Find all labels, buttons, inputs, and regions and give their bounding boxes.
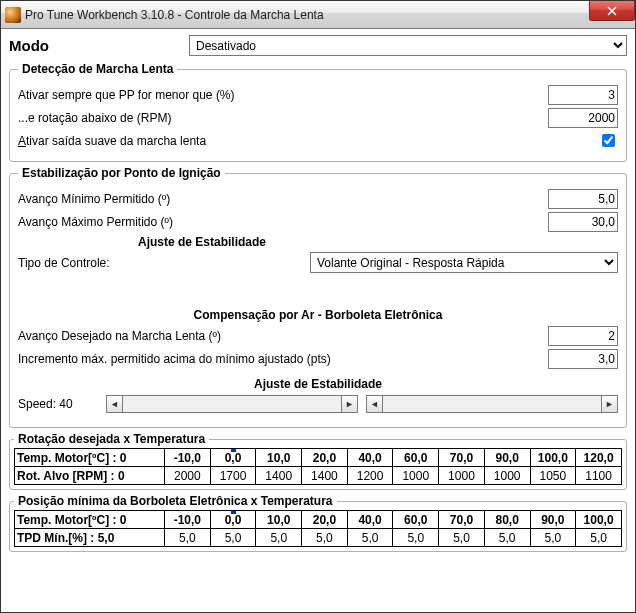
table-header-cell[interactable]: 100,0 [576,511,622,529]
tpd-temp-legend: Posição mínima da Borboleta Eletrônica x… [14,494,337,508]
close-icon [607,6,617,16]
control-type-label: Tipo de Controle: [18,256,310,270]
desired-adv-line: Avanço Desejado na Marcha Lenta (º) [18,326,618,346]
idle-detect-group: Detecção de Marcha Lenta Ativar sempre q… [9,62,627,162]
table-cell[interactable]: 1000 [484,467,530,485]
soft-exit-checkbox[interactable] [602,134,615,147]
soft-exit-line: Ativar saída suave da marcha lenta [18,131,618,150]
app-icon [5,7,21,23]
table-cell[interactable]: 5,0 [256,529,302,547]
pp-threshold-label: Ativar sempre que PP for menor que (%) [18,88,235,102]
arrow-right-icon[interactable]: ► [601,395,618,413]
table-cell[interactable]: 1400 [256,467,302,485]
speed-scroll-1[interactable]: ◄ ► [106,395,358,413]
spark-stab-subtitle: Ajuste de Estabilidade [138,235,618,249]
table-header-cell[interactable]: 90,0 [484,449,530,467]
arrow-left-icon[interactable]: ◄ [106,395,123,413]
pp-threshold-line: Ativar sempre que PP for menor que (%) [18,85,618,105]
idle-detect-legend: Detecção de Marcha Lenta [18,62,177,76]
table-header-cell[interactable]: 90,0 [530,511,576,529]
table-cell[interactable]: 5,0 [576,529,622,547]
table-cell[interactable]: 5,0 [530,529,576,547]
table-header-cell[interactable]: 70,0 [439,449,485,467]
max-inc-input[interactable] [548,349,618,369]
titlebar: Pro Tune Workbench 3.10.8 - Controle da … [1,1,635,29]
mode-label: Modo [9,37,189,54]
rpm-threshold-input[interactable] [548,108,618,128]
table-header-cell[interactable]: 10,0 [256,449,302,467]
table-header-cell[interactable]: 60,0 [393,511,439,529]
client-area: Modo Desativado Detecção de Marcha Lenta… [1,29,635,612]
max-inc-line: Incremento máx. permitido acima do mínim… [18,349,618,369]
spark-stab-legend: Estabilização por Ponto de Ignição [18,166,225,180]
rpm-threshold-line: ...e rotação abaixo de (RPM) [18,108,618,128]
table-header-cell[interactable]: 100,0 [530,449,576,467]
speed-label: Speed: 40 [18,397,98,411]
soft-exit-label: Ativar saída suave da marcha lenta [18,134,206,148]
adv-max-label: Avanço Máximo Permitido (º) [18,215,173,229]
spark-stab-group: Estabilização por Ponto de Ignição Avanç… [9,166,627,428]
table-header-cell[interactable]: 60,0 [393,449,439,467]
table-cell[interactable]: 1700 [210,467,256,485]
table-header-cell[interactable]: 0,0 [210,511,256,529]
speed-scroll-2[interactable]: ◄ ► [366,395,618,413]
app-window: Pro Tune Workbench 3.10.8 - Controle da … [0,0,636,613]
desired-adv-input[interactable] [548,326,618,346]
table-row-header: Temp. Motor[ºC] : 0 [15,449,165,467]
table-header-cell[interactable]: 70,0 [439,511,485,529]
arrow-right-icon[interactable]: ► [341,395,358,413]
control-type-line: Tipo de Controle: Volante Original - Res… [18,252,618,273]
pp-threshold-input[interactable] [548,85,618,105]
adv-max-input[interactable] [548,212,618,232]
tpd-temp-table[interactable]: Temp. Motor[ºC] : 0-10,00,010,020,040,06… [14,510,622,547]
table-cell[interactable]: 5,0 [393,529,439,547]
adv-min-line: Avanço Mínimo Permitido (º) [18,189,618,209]
table-cell[interactable]: 5,0 [439,529,485,547]
table-cell[interactable]: 5,0 [347,529,393,547]
rpm-temp-group: Rotação desejada x Temperatura Temp. Mot… [9,432,627,490]
table-cell[interactable]: 1100 [576,467,622,485]
table-cell[interactable]: 1400 [302,467,348,485]
table-cell[interactable]: 2000 [165,467,211,485]
mode-row: Modo Desativado [9,35,627,56]
table-header-cell[interactable]: 10,0 [256,511,302,529]
table-cell[interactable]: 5,0 [210,529,256,547]
arrow-left-icon[interactable]: ◄ [366,395,383,413]
table-header-cell[interactable]: 120,0 [576,449,622,467]
rpm-threshold-label: ...e rotação abaixo de (RPM) [18,111,171,125]
air-comp-title: Compensação por Ar - Borboleta Eletrônic… [18,308,618,322]
tpd-temp-group: Posição mínima da Borboleta Eletrônica x… [9,494,627,552]
max-inc-label: Incremento máx. permitido acima do mínim… [18,352,331,366]
table-header-cell[interactable]: -10,0 [165,511,211,529]
table-cell[interactable]: 5,0 [165,529,211,547]
window-title: Pro Tune Workbench 3.10.8 - Controle da … [25,8,324,22]
air-stab-subtitle: Ajuste de Estabilidade [18,377,618,391]
desired-adv-label: Avanço Desejado na Marcha Lenta (º) [18,329,221,343]
table-header-cell[interactable]: 0,0 [210,449,256,467]
table-cell[interactable]: 5,0 [302,529,348,547]
speed-row: Speed: 40 ◄ ► ◄ ► [18,395,618,413]
rpm-temp-table[interactable]: Temp. Motor[ºC] : 0-10,00,010,020,040,06… [14,448,622,485]
table-row-header: Temp. Motor[ºC] : 0 [15,511,165,529]
table-row-header: Rot. Alvo [RPM] : 0 [15,467,165,485]
table-cell[interactable]: 1000 [393,467,439,485]
table-header-cell[interactable]: -10,0 [165,449,211,467]
table-row-header: TPD Mín.[%] : 5,0 [15,529,165,547]
table-cell[interactable]: 1000 [439,467,485,485]
table-header-cell[interactable]: 20,0 [302,449,348,467]
table-header-cell[interactable]: 80,0 [484,511,530,529]
mode-select[interactable]: Desativado [189,35,627,56]
rpm-temp-legend: Rotação desejada x Temperatura [14,432,209,446]
table-header-cell[interactable]: 20,0 [302,511,348,529]
table-cell[interactable]: 1200 [347,467,393,485]
adv-min-label: Avanço Mínimo Permitido (º) [18,192,170,206]
control-type-select[interactable]: Volante Original - Resposta Rápida [310,252,618,273]
adv-max-line: Avanço Máximo Permitido (º) [18,212,618,232]
table-header-cell[interactable]: 40,0 [347,511,393,529]
table-cell[interactable]: 5,0 [484,529,530,547]
adv-min-input[interactable] [548,189,618,209]
table-cell[interactable]: 1050 [530,467,576,485]
table-header-cell[interactable]: 40,0 [347,449,393,467]
close-button[interactable] [589,1,635,21]
